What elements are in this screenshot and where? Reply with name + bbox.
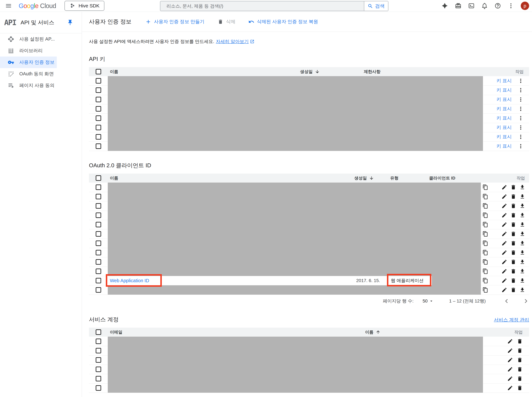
row-checkbox[interactable] (89, 346, 108, 355)
download-icon[interactable] (520, 268, 525, 274)
delete-icon[interactable] (510, 184, 516, 190)
copy-icon[interactable] (483, 287, 488, 293)
avatar[interactable]: p (521, 2, 529, 10)
copy-icon[interactable] (483, 259, 488, 265)
sidebar-item-oauth-consent[interactable]: OAuth 동의 화면 (0, 68, 57, 80)
show-key-link[interactable]: 키 표시 (496, 134, 512, 140)
edit-icon[interactable] (502, 259, 507, 265)
show-key-link[interactable]: 키 표시 (496, 115, 512, 121)
show-key-link[interactable]: 키 표시 (496, 96, 512, 103)
select-all-checkbox[interactable] (89, 328, 108, 337)
row-checkbox[interactable] (89, 76, 108, 86)
edit-icon[interactable] (502, 194, 507, 199)
cloud-shell-icon[interactable] (468, 2, 475, 9)
delete-icon[interactable] (517, 338, 523, 344)
column-header-client-id[interactable]: 클라이언트 ID (429, 174, 455, 183)
row-checkbox[interactable] (89, 95, 108, 104)
row-checkbox[interactable] (89, 86, 108, 95)
edit-icon[interactable] (507, 348, 513, 354)
more-vertical-icon[interactable] (518, 143, 524, 149)
row-checkbox[interactable] (89, 337, 108, 346)
copy-icon[interactable] (483, 222, 488, 228)
manage-service-accounts-link[interactable]: 서비스 계정 관리 (494, 317, 529, 323)
row-checkbox[interactable] (89, 192, 108, 201)
download-icon[interactable] (520, 212, 525, 218)
edit-icon[interactable] (502, 250, 507, 255)
column-header-created[interactable]: 생성일 (354, 174, 374, 183)
more-vertical-icon[interactable] (518, 97, 524, 102)
next-page-button[interactable] (523, 298, 529, 304)
copy-icon[interactable] (483, 231, 488, 237)
copy-icon[interactable] (483, 268, 488, 274)
show-key-link[interactable]: 키 표시 (496, 143, 512, 149)
show-key-link[interactable]: 키 표시 (496, 105, 512, 112)
column-header-email[interactable]: 이메일 (110, 328, 122, 337)
search-input[interactable] (160, 1, 364, 11)
project-selector[interactable]: Hive SDK (65, 1, 104, 11)
delete-icon[interactable] (510, 203, 516, 209)
row-checkbox[interactable] (89, 285, 108, 295)
row-checkbox[interactable] (89, 104, 108, 113)
edit-icon[interactable] (507, 357, 513, 363)
row-checkbox[interactable] (89, 142, 108, 151)
row-checkbox[interactable] (89, 220, 108, 229)
select-all-checkbox[interactable] (89, 67, 108, 76)
row-checkbox[interactable] (89, 211, 108, 220)
gemini-sparkle-icon[interactable] (442, 2, 448, 9)
delete-icon[interactable] (510, 287, 516, 293)
row-checkbox[interactable] (89, 276, 108, 285)
sidebar-item-credentials[interactable]: 사용자 인증 정보 (0, 56, 57, 68)
delete-icon[interactable] (510, 240, 516, 246)
more-vertical-icon[interactable] (518, 87, 524, 93)
copy-icon[interactable] (483, 184, 488, 190)
column-header-name[interactable]: 이름 (110, 174, 118, 183)
row-checkbox[interactable] (89, 239, 108, 248)
edit-icon[interactable] (507, 338, 513, 344)
download-icon[interactable] (520, 231, 525, 237)
edit-icon[interactable] (507, 366, 513, 372)
gift-icon[interactable] (455, 2, 462, 9)
column-header-type[interactable]: 유형 (390, 174, 399, 183)
copy-icon[interactable] (483, 203, 488, 209)
more-vertical-icon[interactable] (518, 78, 524, 84)
rows-per-page-select[interactable]: 50 (423, 298, 434, 304)
download-icon[interactable] (520, 184, 525, 190)
sidebar-item-library[interactable]: 라이브러리 (0, 45, 57, 56)
download-icon[interactable] (520, 250, 525, 255)
row-checkbox[interactable] (89, 201, 108, 211)
help-icon[interactable] (494, 2, 501, 9)
row-checkbox[interactable] (89, 365, 108, 374)
edit-icon[interactable] (502, 278, 507, 284)
edit-icon[interactable] (507, 376, 513, 382)
download-icon[interactable] (520, 203, 525, 209)
show-key-link[interactable]: 키 표시 (496, 87, 512, 93)
row-checkbox[interactable] (89, 229, 108, 239)
more-vertical-icon[interactable] (518, 134, 524, 140)
column-header-name[interactable]: 이름 (365, 328, 381, 337)
edit-icon[interactable] (502, 240, 507, 246)
delete-icon[interactable] (510, 194, 516, 199)
copy-icon[interactable] (483, 250, 488, 255)
copy-icon[interactable] (483, 240, 488, 246)
hamburger-menu-icon[interactable] (5, 2, 12, 10)
delete-icon[interactable] (510, 259, 516, 265)
column-header-name[interactable]: 이름 (110, 67, 118, 76)
delete-icon[interactable] (510, 212, 516, 218)
row-checkbox[interactable] (89, 374, 108, 383)
notifications-bell-icon[interactable] (481, 2, 488, 9)
delete-icon[interactable] (510, 278, 516, 284)
edit-icon[interactable] (502, 287, 507, 293)
download-icon[interactable] (520, 222, 525, 228)
edit-icon[interactable] (507, 385, 513, 391)
delete-icon[interactable] (517, 357, 523, 363)
row-checkbox[interactable] (89, 132, 108, 142)
more-vertical-icon[interactable] (518, 115, 524, 121)
delete-icon[interactable] (517, 348, 523, 354)
copy-icon[interactable] (483, 278, 488, 284)
column-header-restrictions[interactable]: 제한사항 (364, 67, 381, 76)
copy-icon[interactable] (483, 194, 488, 199)
delete-button[interactable]: 삭제 (218, 19, 236, 25)
copy-icon[interactable] (483, 212, 488, 218)
delete-icon[interactable] (517, 366, 523, 372)
previous-page-button[interactable] (503, 298, 510, 304)
